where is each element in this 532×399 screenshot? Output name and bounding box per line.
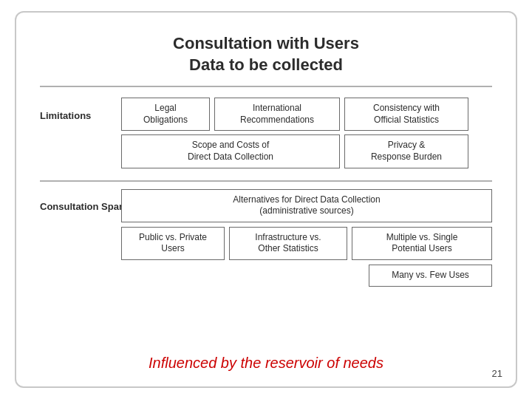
box-alternatives: Alternatives for Direct Data Collection(… xyxy=(121,189,492,222)
title-block: Consultation with Users Data to be colle… xyxy=(40,33,492,75)
consultation-label: Consultation Span xyxy=(40,189,121,222)
slide: Consultation with Users Data to be colle… xyxy=(15,11,517,388)
box-scope: Scope and Costs ofDirect Data Collection xyxy=(121,134,340,168)
box-many: Many vs. Few Uses xyxy=(369,265,492,287)
limitations-row2: Scope and Costs ofDirect Data Collection… xyxy=(40,134,492,168)
box-public: Public vs. PrivateUsers xyxy=(121,227,225,260)
box-legal: LegalObligations xyxy=(121,98,210,131)
mid-divider xyxy=(40,180,492,182)
limitations-label: Limitations xyxy=(40,98,121,131)
box-consistency: Consistency withOfficial Statistics xyxy=(344,98,468,131)
main-content: Limitations LegalObligations Internation… xyxy=(40,98,492,343)
box-international: InternationalRecommendations xyxy=(214,98,340,131)
limitations-section: Limitations LegalObligations Internation… xyxy=(40,98,492,168)
page-number: 21 xyxy=(492,368,502,379)
top-divider xyxy=(40,86,492,87)
box-multiple: Multiple vs. SinglePotential Users xyxy=(352,227,492,260)
limitations-row1: Limitations LegalObligations Internation… xyxy=(40,98,492,131)
box-privacy: Privacy &Response Burden xyxy=(344,134,468,168)
slide-title: Consultation with Users Data to be colle… xyxy=(40,33,492,75)
consultation-row3: Many vs. Few Uses xyxy=(40,265,492,287)
consultation-row2: Public vs. PrivateUsers Infrastructure v… xyxy=(40,227,492,260)
consultation-row1: Consultation Span Alternatives for Direc… xyxy=(40,189,492,222)
footer: Influenced by the reservoir of needs xyxy=(40,355,492,372)
consultation-section: Consultation Span Alternatives for Direc… xyxy=(40,189,492,287)
footer-text: Influenced by the reservoir of needs xyxy=(149,355,383,371)
box-infrastructure: Infrastructure vs.Other Statistics xyxy=(229,227,347,260)
